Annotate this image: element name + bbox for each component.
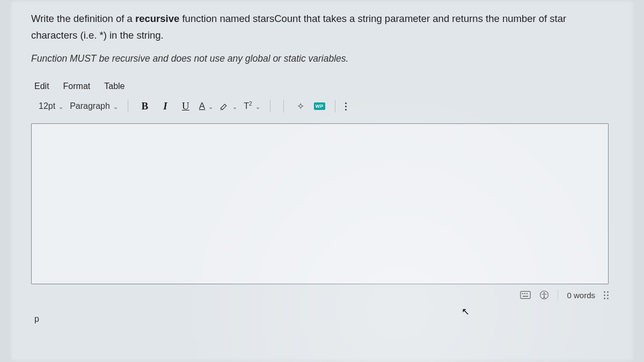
fontsize-dropdown[interactable]: 12pt ⌄ xyxy=(39,101,63,111)
chevron-down-icon: ⌄ xyxy=(255,104,260,110)
highlight-dropdown[interactable]: ⌄ xyxy=(219,101,237,111)
wp-badge[interactable]: WP xyxy=(314,102,325,110)
element-path[interactable]: p xyxy=(27,305,613,324)
highlighter-icon xyxy=(219,101,229,111)
toolbar-separator xyxy=(335,100,335,113)
keyboard-icon[interactable] xyxy=(520,291,531,299)
svg-point-6 xyxy=(544,292,545,294)
accessibility-icon[interactable] xyxy=(539,290,549,300)
path-p: p xyxy=(34,314,39,323)
menu-format[interactable]: Format xyxy=(63,82,91,91)
svg-rect-2 xyxy=(524,293,526,294)
resize-grip[interactable] xyxy=(604,291,609,299)
rich-text-editor: Edit Format Table 12pt ⌄ Paragraph ⌄ B I… xyxy=(27,78,613,324)
editor-toolbar: 12pt ⌄ Paragraph ⌄ B I U A ⌄ ⌄ xyxy=(27,97,613,118)
menu-edit[interactable]: Edit xyxy=(34,82,49,91)
status-separator xyxy=(558,290,558,300)
blocktype-label: Paragraph xyxy=(70,101,110,111)
bold-button[interactable]: B xyxy=(138,99,152,114)
svg-rect-3 xyxy=(526,293,528,294)
q-pre: Write the definition of a xyxy=(31,13,135,24)
toolbar-separator xyxy=(128,100,128,113)
editor-statusbar: 0 words xyxy=(27,284,613,305)
svg-rect-4 xyxy=(523,296,528,297)
chevron-down-icon: ⌄ xyxy=(113,104,118,110)
italic-button[interactable]: I xyxy=(158,99,172,114)
svg-rect-1 xyxy=(522,293,524,294)
q-line2: characters (i.e. *) in the string. xyxy=(31,29,164,41)
superscript-icon: T2 xyxy=(244,101,252,111)
question-text: Write the definition of a recursive func… xyxy=(31,11,613,43)
toolbar-separator xyxy=(270,100,270,113)
underline-button[interactable]: U xyxy=(179,99,193,114)
menu-table[interactable]: Table xyxy=(104,82,125,91)
fontsize-label: 12pt xyxy=(39,101,55,111)
word-count: 0 words xyxy=(567,291,595,300)
textcolor-dropdown[interactable]: A ⌄ xyxy=(199,101,213,112)
toolbar-separator xyxy=(283,100,284,113)
chevron-down-icon: ⌄ xyxy=(208,104,213,110)
chevron-down-icon: ⌄ xyxy=(58,104,63,110)
svg-rect-0 xyxy=(521,291,530,298)
editor-menubar: Edit Format Table xyxy=(27,78,613,97)
more-tools-button[interactable] xyxy=(345,102,347,110)
q-numstar: number of star xyxy=(502,13,566,24)
q-fn: starsCount xyxy=(253,13,301,24)
q-recursive: recursive xyxy=(135,13,179,24)
clear-formatting-button[interactable]: ✧ xyxy=(294,99,308,114)
blocktype-dropdown[interactable]: Paragraph ⌄ xyxy=(70,101,118,111)
q-mid1: function named xyxy=(179,13,253,24)
editor-textarea[interactable] xyxy=(31,123,609,284)
textcolor-icon: A xyxy=(199,101,205,112)
q-mid2: that takes a string parameter and return… xyxy=(301,13,502,24)
instruction-text: Function MUST be recursive and does not … xyxy=(31,53,613,64)
superscript-dropdown[interactable]: T2 ⌄ xyxy=(244,101,260,111)
chevron-down-icon: ⌄ xyxy=(232,104,237,110)
